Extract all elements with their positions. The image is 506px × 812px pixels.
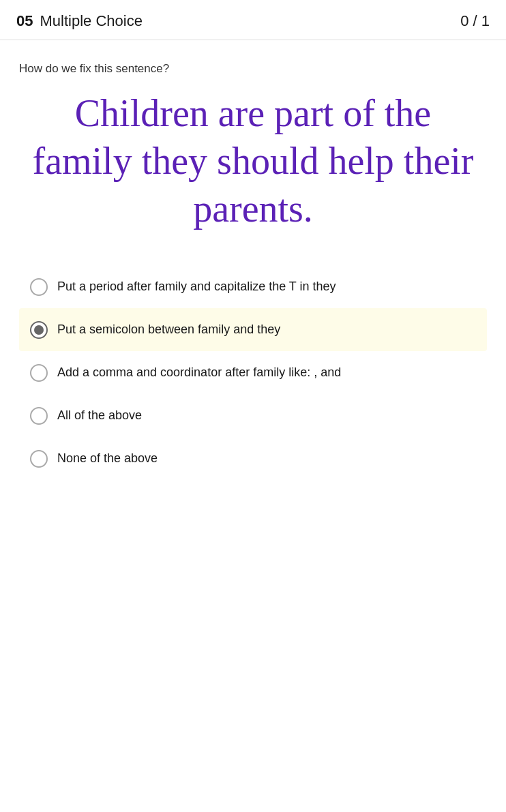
prompt-label: How do we fix this sentence? [19, 62, 487, 76]
option-a[interactable]: Put a period after family and capitalize… [19, 265, 487, 308]
question-content: How do we fix this sentence? Children ar… [0, 40, 506, 499]
question-type: Multiple Choice [40, 12, 142, 30]
radio-e[interactable] [30, 450, 48, 468]
question-number: 05 [16, 12, 33, 30]
options-list: Put a period after family and capitalize… [19, 265, 487, 480]
option-d[interactable]: All of the above [19, 394, 487, 437]
question-header: 05 Multiple Choice 0 / 1 [0, 0, 506, 40]
radio-c[interactable] [30, 364, 48, 382]
radio-d[interactable] [30, 407, 48, 425]
option-e-text: None of the above [57, 449, 158, 468]
option-c-text: Add a comma and coordinator after family… [57, 363, 341, 382]
option-d-text: All of the above [57, 406, 142, 425]
radio-b[interactable] [30, 321, 48, 339]
radio-b-fill [34, 325, 44, 335]
score-display: 0 / 1 [460, 12, 490, 30]
option-e[interactable]: None of the above [19, 437, 487, 480]
option-c[interactable]: Add a comma and coordinator after family… [19, 351, 487, 394]
option-b-text: Put a semicolon between family and they [57, 320, 280, 339]
radio-a[interactable] [30, 278, 48, 296]
question-info: 05 Multiple Choice [16, 12, 143, 30]
option-b[interactable]: Put a semicolon between family and they [19, 308, 487, 351]
option-a-text: Put a period after family and capitalize… [57, 277, 336, 296]
sentence-display: Children are part of the family they sho… [19, 89, 487, 232]
